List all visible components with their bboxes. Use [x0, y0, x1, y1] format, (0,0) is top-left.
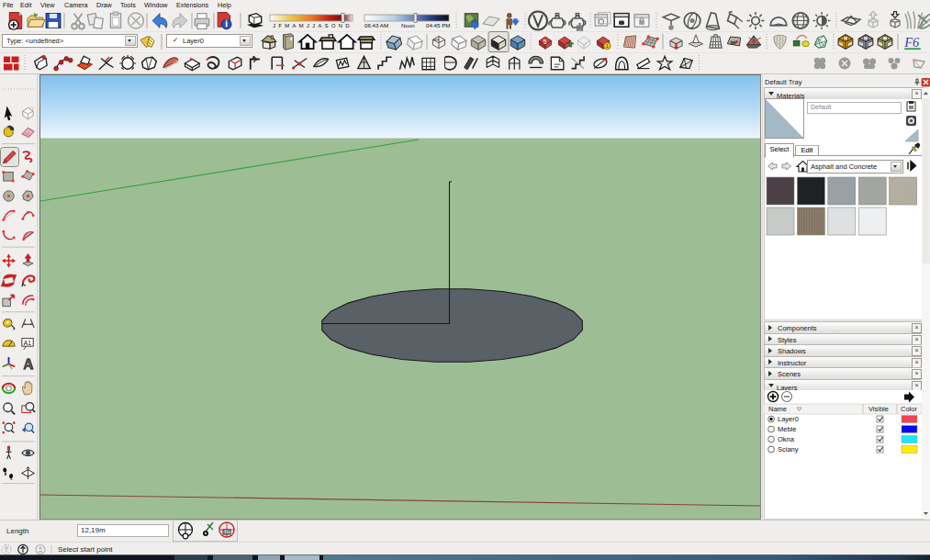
svg-text:JFMAMJJASOND: JFMAMJJASOND [273, 22, 353, 28]
svg-text:Okna: Okna [778, 435, 795, 443]
svg-text:06:43 AM: 06:43 AM [364, 22, 388, 28]
svg-text:Meble: Meble [778, 425, 796, 433]
svg-text:04:45 PM: 04:45 PM [426, 22, 450, 28]
svg-text:Sciany: Sciany [778, 445, 799, 454]
svg-text:MP: MP [224, 531, 230, 535]
svg-text:1: 1 [606, 43, 609, 49]
svg-text:Noon: Noon [401, 22, 415, 28]
svg-text:Visible: Visible [868, 405, 889, 413]
svg-text:Color: Color [901, 405, 917, 413]
svg-text:F6: F6 [903, 35, 920, 50]
svg-text:Name: Name [768, 405, 787, 413]
svg-text:A1: A1 [24, 340, 31, 346]
svg-text:Layer0: Layer0 [778, 415, 799, 423]
svg-text:5: 5 [543, 39, 547, 45]
